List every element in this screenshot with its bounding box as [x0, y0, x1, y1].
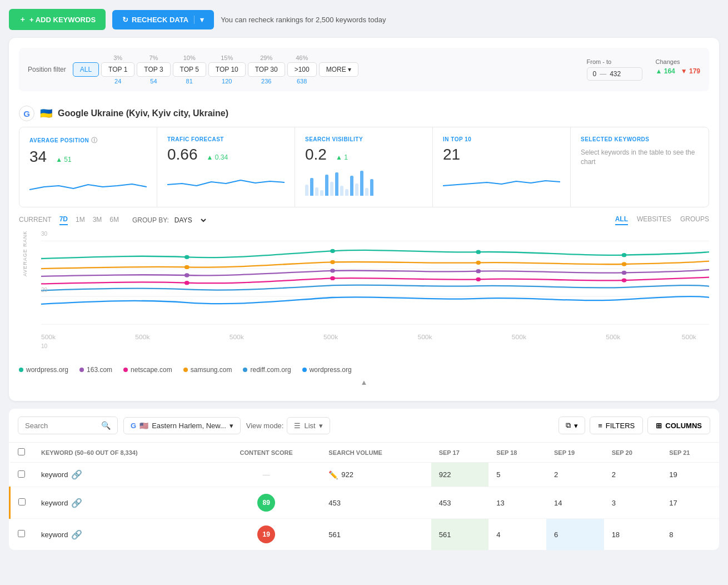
copy-button[interactable]: ⧉ ▾	[559, 417, 585, 434]
collapse-chart-button[interactable]: ▲	[19, 374, 709, 391]
svg-text:500k: 500k	[606, 334, 621, 340]
location-dropdown-arrow: ▾	[230, 422, 233, 430]
sep17-cell: 561	[431, 519, 489, 551]
tab-6m[interactable]: 6M	[109, 216, 119, 225]
table-row: keyword 🔗 89 453 453 13 14 3 17	[10, 487, 720, 519]
tab-websites[interactable]: WEBSITES	[637, 215, 671, 225]
sep21-cell: 8	[661, 519, 719, 551]
row-checkbox[interactable]	[18, 498, 26, 505]
view-tabs: ALL WEBSITES GROUPS	[615, 215, 709, 225]
filter-icon: ≡	[598, 422, 602, 430]
tab-1m[interactable]: 1M	[76, 216, 85, 225]
stat-traffic-forecast: TRAFIC FORECAST 0.66 ▲ 0.34	[157, 127, 295, 207]
view-mode-select[interactable]: ☰ List ▾	[287, 417, 330, 434]
row-checkbox[interactable]	[18, 530, 25, 537]
changes-group: Changes ▲ 164 ▼ 179	[656, 58, 701, 75]
edit-icon[interactable]: ✏️	[328, 470, 338, 479]
header-sep19: SEP 19	[546, 443, 604, 463]
group-by-select[interactable]: DAYS WEEKS	[172, 216, 208, 225]
search-engine-name: Google Ukraine (Kyiv, Kyiv city, Ukraine…	[58, 108, 228, 118]
bar	[310, 178, 313, 196]
bar	[340, 186, 343, 196]
copy-dropdown-arrow: ▾	[574, 422, 578, 430]
legend-dot	[183, 368, 188, 372]
columns-label: COLUMNS	[665, 422, 702, 430]
score-cell: 19	[212, 519, 321, 551]
volume-cell: 561	[321, 519, 431, 551]
sep19-cell: 6	[546, 519, 604, 551]
keyword-cell: keyword 🔗	[33, 463, 212, 487]
filter-all[interactable]: ALL	[73, 54, 99, 85]
keyword-cell: keyword 🔗	[33, 487, 212, 519]
recheck-data-button[interactable]: ↻ RECHECK DATA ▾	[112, 10, 214, 29]
sep21-cell: 17	[661, 487, 719, 519]
svg-point-13	[330, 269, 335, 272]
header-keyword: KEYWORD (50–60 out of 8,334)	[33, 443, 212, 463]
tab-3m[interactable]: 3M	[93, 216, 102, 225]
header-checkbox-cell	[10, 443, 34, 463]
chart-legend: wordpress.org 163.com netscape.com samsu…	[19, 366, 709, 374]
sep18-cell: 4	[488, 519, 546, 551]
us-flag: 🇺🇸	[139, 422, 148, 430]
link-icon[interactable]: 🔗	[71, 529, 82, 540]
table-toolbar: 🔍 G 🇺🇸 Eastern Harlem, New... ▾ View mod…	[9, 409, 719, 443]
score-badge-green: 89	[257, 494, 275, 512]
info-icon[interactable]: ⓘ	[91, 137, 98, 143]
from-value: 0	[593, 70, 597, 78]
bar	[370, 179, 373, 196]
sep18-cell: 13	[488, 487, 546, 519]
data-table: KEYWORD (50–60 out of 8,334) CONTENT SCO…	[9, 443, 719, 550]
svg-point-5	[330, 249, 335, 253]
view-mode-arrow: ▾	[319, 422, 323, 430]
recheck-dropdown-arrow[interactable]: ▾	[194, 16, 204, 24]
refresh-icon: ↻	[122, 16, 128, 24]
legend-163: 163.com	[79, 366, 112, 374]
add-keywords-button[interactable]: ＋ + ADD KEYWORDS	[9, 9, 106, 30]
traffic-sparkline	[167, 168, 285, 196]
svg-point-14	[476, 269, 481, 273]
change-up: ▲ 164	[656, 67, 675, 75]
svg-point-10	[476, 261, 481, 265]
svg-point-16	[185, 281, 190, 285]
search-box[interactable]: 🔍	[18, 417, 118, 434]
location-selector[interactable]: G 🇺🇸 Eastern Harlem, New... ▾	[123, 417, 241, 434]
stat-in-top10: IN TOP 10 21	[433, 127, 571, 207]
search-icon: 🔍	[101, 421, 111, 430]
svg-point-12	[185, 273, 190, 277]
svg-text:500k: 500k	[512, 334, 527, 340]
columns-button[interactable]: ⊞ COLUMNS	[647, 417, 710, 434]
main-chart: AVERAGE RANK 30 20 10	[19, 231, 709, 360]
sep21-cell: 19	[661, 463, 719, 487]
svg-text:500k: 500k	[230, 334, 245, 340]
from-to-input[interactable]: 0 — 432	[587, 67, 642, 81]
legend-samsung: samsung.com	[183, 366, 232, 374]
table-row: keyword 🔗 19 561 561 4 6 18 8	[10, 519, 720, 551]
rank-chart-svg: 500k 500k 500k 500k 500k 500k 500k 500k	[41, 231, 709, 342]
tab-groups[interactable]: GROUPS	[680, 215, 709, 225]
legend-dot	[123, 368, 128, 372]
row-checkbox[interactable]	[18, 470, 25, 478]
stat-search-visibility: SEARCH VISIBILITY 0.2 ▲ 1	[295, 127, 433, 207]
volume-cell: ✏️ 922	[321, 463, 431, 487]
add-keywords-label: + ADD KEYWORDS	[29, 16, 96, 24]
tab-current[interactable]: CURRENT	[19, 216, 52, 225]
changes-values: ▲ 164 ▼ 179	[656, 67, 701, 75]
link-icon[interactable]: 🔗	[71, 469, 82, 480]
from-to-group: From - to 0 — 432	[587, 58, 642, 81]
filters-button[interactable]: ≡ FILTERS	[590, 417, 643, 434]
period-tabs: CURRENT 7D 1M 3M 6M	[19, 215, 119, 225]
table-section: 🔍 G 🇺🇸 Eastern Harlem, New... ▾ View mod…	[9, 409, 719, 550]
select-all-checkbox[interactable]	[18, 448, 25, 455]
svg-point-17	[330, 276, 335, 280]
svg-text:500k: 500k	[682, 334, 697, 340]
sep17-cell: 453	[431, 487, 489, 519]
sep20-cell: 3	[604, 487, 662, 519]
svg-point-15	[622, 271, 627, 275]
tab-7d[interactable]: 7D	[59, 215, 68, 225]
link-icon[interactable]: 🔗	[71, 498, 82, 508]
y-axis-label: AVERAGE RANK	[22, 231, 28, 276]
copy-icon: ⧉	[566, 421, 571, 430]
search-input[interactable]	[25, 422, 97, 430]
svg-point-6	[476, 250, 481, 254]
tab-all[interactable]: ALL	[615, 215, 628, 225]
